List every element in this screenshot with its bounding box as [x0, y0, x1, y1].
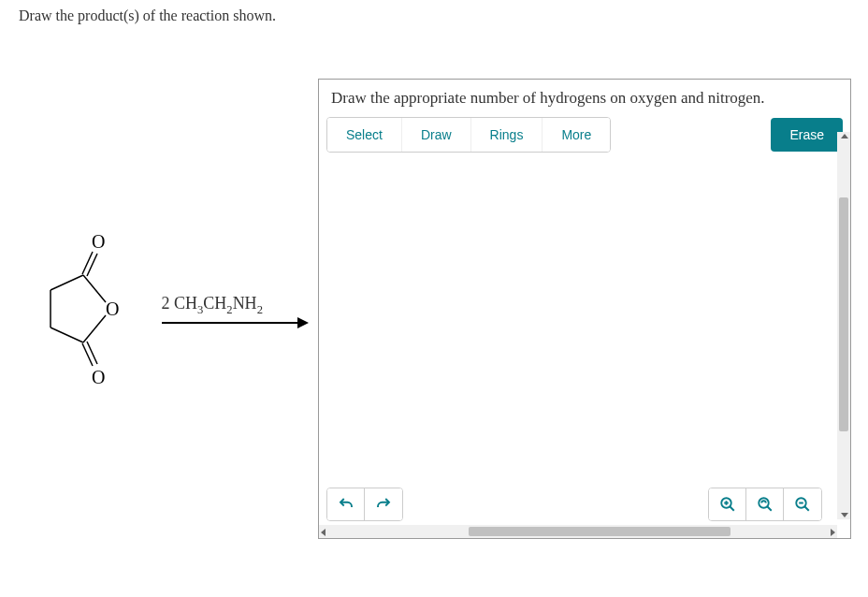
svg-line-19: [804, 506, 809, 511]
drawing-canvas[interactable]: [326, 160, 843, 488]
svg-line-4: [87, 254, 97, 276]
scroll-down-icon: [841, 513, 848, 517]
scroll-left-icon: [321, 529, 326, 536]
reactant-molecule: O O O: [31, 229, 143, 388]
svg-line-7: [83, 275, 106, 302]
svg-text:O: O: [92, 231, 105, 252]
scroll-up-icon: [841, 134, 848, 138]
erase-button[interactable]: Erase: [771, 118, 843, 152]
svg-line-5: [82, 343, 93, 366]
more-tool-button[interactable]: More: [542, 118, 610, 152]
svg-line-9: [51, 275, 83, 290]
undo-button[interactable]: [327, 488, 365, 520]
question-prompt: Draw the product(s) of the reaction show…: [0, 0, 868, 32]
horizontal-scrollbar[interactable]: [319, 525, 837, 538]
svg-line-11: [51, 328, 83, 342]
svg-line-13: [730, 506, 734, 511]
zoom-reset-icon: [757, 496, 774, 513]
svg-line-8: [83, 315, 106, 342]
vertical-scrollbar[interactable]: [837, 132, 850, 519]
draw-tool-button[interactable]: Draw: [402, 118, 471, 152]
zoom-out-button[interactable]: [784, 488, 821, 520]
zoom-in-button[interactable]: [709, 488, 746, 520]
select-tool-button[interactable]: Select: [327, 118, 402, 152]
zoom-reset-button[interactable]: [746, 488, 784, 520]
redo-button[interactable]: [365, 488, 402, 520]
svg-line-17: [767, 506, 772, 511]
reaction-arrow: [162, 322, 307, 324]
editor-toolbar: Select Draw Rings More Erase: [326, 117, 843, 153]
svg-text:O: O: [92, 367, 105, 387]
scroll-thumb[interactable]: [839, 197, 848, 431]
undo-icon: [338, 496, 354, 513]
reagent-label: 2 CH3CH2NH2: [162, 294, 307, 317]
rings-tool-button[interactable]: Rings: [471, 118, 543, 152]
svg-point-16: [759, 498, 769, 508]
svg-line-3: [82, 252, 93, 274]
scroll-thumb[interactable]: [469, 527, 731, 536]
svg-line-6: [87, 342, 97, 364]
svg-text:O: O: [106, 298, 119, 319]
redo-icon: [375, 496, 392, 513]
editor-instruction: Draw the appropriate number of hydrogens…: [326, 87, 843, 117]
reaction-diagram: O O O: [0, 79, 318, 539]
zoom-in-icon: [719, 496, 736, 513]
zoom-out-icon: [794, 496, 811, 513]
drawing-editor: Draw the appropriate number of hydrogens…: [318, 79, 851, 539]
scroll-right-icon: [831, 529, 835, 536]
